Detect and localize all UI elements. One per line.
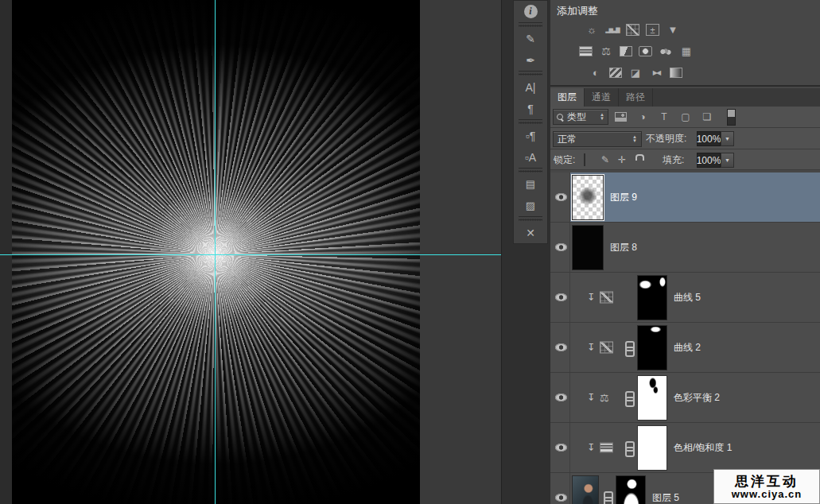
adjustments-row-2: ⚖ ▦ [579,45,694,57]
layer-row-layer8[interactable]: 图层 8 [550,223,820,273]
layer-mask-thumbnail[interactable] [637,375,667,421]
paragraph-styles-panel-icon[interactable]: ▫¶ [514,125,547,146]
blend-mode-select[interactable]: 正常 ▲▼ [553,131,642,147]
layer-name[interactable]: 图层 8 [610,241,637,254]
eye-icon[interactable] [555,444,567,452]
shape-layer-filter-icon[interactable]: ▢ [679,110,692,122]
layer-name[interactable]: 色相/饱和度 1 [674,441,732,455]
tab-paths[interactable]: 路径 [619,88,653,107]
search-icon [557,114,564,121]
layer-thumbnail[interactable] [572,175,604,220]
vibrance-icon[interactable]: ▼ [666,24,680,36]
layer-name[interactable]: 色彩平衡 2 [674,391,720,405]
layer-name[interactable]: 曲线 2 [674,341,701,355]
eye-icon[interactable] [555,494,567,502]
eye-icon[interactable] [555,343,567,351]
info-panel-icon[interactable]: i [514,1,547,22]
hue-saturation-icon[interactable] [579,46,593,56]
layer-name[interactable]: 图层 5 [652,491,679,504]
eye-icon[interactable] [555,193,567,201]
adjustments-row-3: ◐ ◪ ▶◀ [589,67,682,79]
tools-panel-icon[interactable]: ✕ [514,222,547,243]
threshold-icon[interactable]: ◪ [628,67,643,79]
lock-transparency-icon[interactable] [584,154,585,165]
guide-horizontal[interactable] [0,254,501,255]
mask-link-icon[interactable] [624,441,632,454]
fill-label: 填充: [663,153,684,166]
layer-mask-thumbnail[interactable] [616,475,646,504]
opacity-value[interactable]: 100% [697,131,721,146]
channel-mixer-icon[interactable] [659,46,673,57]
clipping-mask-arrow-icon: ↧ [587,342,595,353]
canvas-zoom-burst[interactable] [12,0,420,504]
fill-dropdown-button[interactable]: ▼ [721,153,734,168]
photo-filter-icon[interactable] [639,46,652,56]
lock-paint-icon[interactable]: ✎ [601,154,609,165]
smart-object-filter-icon[interactable]: ❏ [701,110,713,122]
color-balance-icon[interactable]: ⚖ [599,45,613,57]
layer-filter-row: 类型 ▲▼ ◑ T ▢ ❏ [550,107,820,128]
layer-row-huesat1[interactable]: ↧ 色相/饱和度 1 [550,423,820,473]
dock-grip[interactable] [519,168,542,173]
layer-comps-panel-icon[interactable]: ▤ [514,173,547,195]
eye-icon[interactable] [555,394,567,401]
character-styles-panel-icon[interactable]: ▫A [514,146,547,168]
character-panel-icon[interactable]: A| [514,76,547,98]
layer-mask-thumbnail[interactable] [637,275,667,320]
layer-name[interactable]: 曲线 5 [674,291,701,304]
black-white-icon[interactable] [620,46,632,56]
color-balance-adjustment-icon[interactable]: ⚖ [600,392,609,404]
filter-toggle-switch[interactable] [727,109,736,126]
layer-row-curves5[interactable]: ↧ 曲线 5 [550,273,820,323]
posterize-icon[interactable] [609,68,622,78]
adjustment-layer-filter-icon[interactable]: ◑ [636,110,649,122]
layer-mask-thumbnail[interactable] [637,425,667,471]
invert-icon[interactable]: ◐ [589,67,603,79]
brightness-contrast-icon[interactable]: ☼ [585,24,599,36]
opacity-label: 不透明度: [646,132,686,145]
curves-adjustment-icon[interactable] [600,342,613,354]
levels-icon[interactable]: ▂▆▃▇ [605,24,620,36]
selective-color-icon[interactable]: ▶◀ [649,67,663,79]
filter-kind-label: 类型 [567,110,597,124]
tab-channels[interactable]: 通道 [585,88,619,107]
opacity-dropdown-button[interactable]: ▼ [721,131,734,146]
filter-kind-select[interactable]: 类型 ▲▼ [553,109,608,125]
lock-move-icon[interactable]: ✛ [618,154,626,165]
brushes-panel-icon[interactable]: ✎ [514,28,547,49]
dock-grip[interactable] [519,119,542,125]
panel-dock-stack: i ✎ ✒ A| ¶ ▫¶ ▫A ▤ ▨ ✕ [513,0,548,244]
dock-grip[interactable] [519,22,542,28]
panel-tabbar: 图层 通道 路径 [550,88,820,107]
layer-name[interactable]: 图层 9 [610,191,637,204]
fill-value[interactable]: 100% [697,153,721,168]
paragraph-panel-icon[interactable]: ¶ [514,98,547,119]
panel-column: 添加调整 ☼ ▂▆▃▇ ± ▼ ⚖ ▦ ◐ ◪ ▶◀ [550,0,820,504]
hue-saturation-adjustment-icon[interactable] [600,443,613,453]
adjustments-panel: 添加调整 ☼ ▂▆▃▇ ± ▼ ⚖ ▦ ◐ ◪ ▶◀ [550,0,820,87]
layer-mask-thumbnail[interactable] [637,325,667,370]
pixel-layer-filter-icon[interactable] [614,110,627,122]
dock-grip[interactable] [519,216,542,222]
mask-link-icon[interactable] [603,491,611,504]
mask-link-icon[interactable] [624,341,632,354]
type-layer-filter-icon[interactable]: T [658,110,670,122]
color-lookup-icon[interactable]: ▦ [679,45,694,57]
layer-row-colorbalance2[interactable]: ↧ ⚖ 色彩平衡 2 [550,373,820,423]
curves-adjustment-icon[interactable] [600,292,613,304]
layer-row-curves2[interactable]: ↧ 曲线 2 [550,323,820,373]
tool-presets-panel-icon[interactable]: ✒ [514,49,547,71]
layer-thumbnail[interactable] [572,475,599,504]
curves-icon[interactable] [626,24,639,36]
mask-link-icon[interactable] [624,391,632,404]
notes-panel-icon[interactable]: ▨ [514,195,547,216]
gradient-map-icon[interactable] [670,68,682,78]
exposure-icon[interactable]: ± [646,24,659,36]
dock-grip[interactable] [519,71,542,76]
tab-layers[interactable]: 图层 [550,88,585,107]
layer-row-layer9[interactable]: 图层 9 [550,173,820,223]
guide-vertical[interactable] [215,0,216,504]
eye-icon[interactable] [555,293,567,301]
layer-thumbnail[interactable] [572,225,604,270]
eye-icon[interactable] [555,243,567,251]
